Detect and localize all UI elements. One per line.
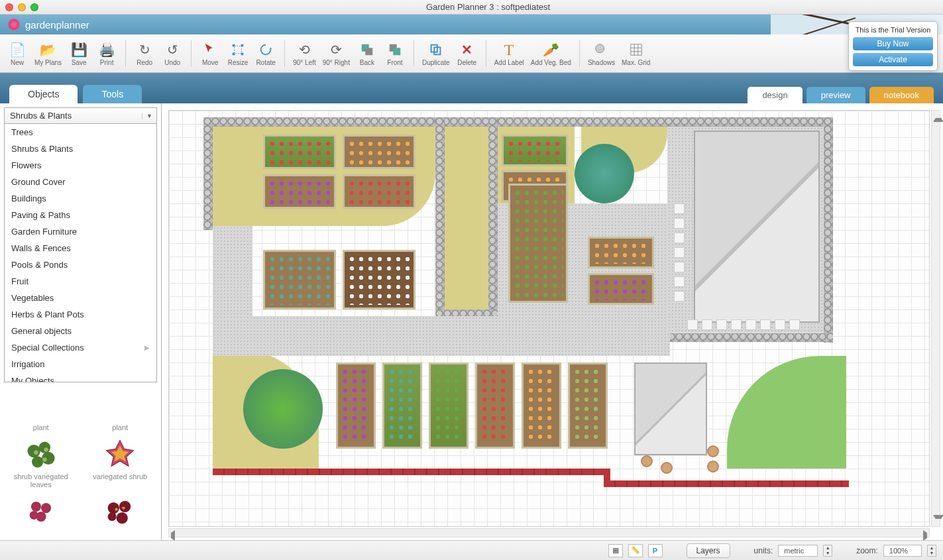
front-icon [388, 40, 402, 59]
object-palette: plant plant shrub variegated leaves vari… [0, 382, 161, 540]
palette-item-variegated-shrub[interactable]: variegated shrub [87, 437, 153, 488]
grid-icon [629, 40, 643, 59]
grid-toggle-icon[interactable]: ▦ [608, 544, 623, 557]
duplicate-icon [429, 40, 443, 59]
rotate-right-icon: ⟳ [331, 40, 342, 59]
svg-point-23 [29, 511, 38, 520]
bring-front-button[interactable]: Front [382, 37, 408, 70]
units-stepper[interactable]: ▲▼ [823, 545, 832, 557]
svg-rect-8 [393, 48, 400, 55]
ruler-toggle-icon[interactable]: 📏 [628, 544, 643, 557]
delete-button[interactable]: ✕Delete [454, 37, 480, 70]
svg-point-13 [27, 445, 40, 457]
zoom-window-button[interactable] [30, 3, 38, 11]
category-item[interactable]: Herbs & Plant Pots [5, 306, 156, 323]
vertical-scrollbar[interactable] [931, 110, 940, 527]
category-item[interactable]: Special Collections▶ [5, 339, 156, 356]
units-select[interactable]: metric [778, 545, 818, 557]
buy-now-button[interactable]: Buy Now [853, 37, 933, 50]
category-item[interactable]: Vegetables [5, 290, 156, 306]
category-item[interactable]: Garden Furniture [5, 223, 156, 240]
app-name: gardenplanner [25, 19, 89, 30]
rotate-left-button[interactable]: ⟲90° Left [290, 37, 319, 70]
svg-point-21 [41, 503, 51, 513]
minimize-window-button[interactable] [18, 3, 26, 11]
palette-label: plant [112, 423, 128, 431]
svg-point-20 [31, 502, 41, 512]
tab-design[interactable]: design [748, 87, 802, 103]
category-item[interactable]: Flowers [5, 157, 156, 174]
add-label-button[interactable]: TAdd Label [492, 37, 527, 70]
category-item[interactable]: Trees [5, 124, 156, 140]
tab-objects[interactable]: Objects [9, 85, 78, 103]
duplicate-button[interactable]: Duplicate [419, 37, 453, 70]
redo-icon: ↻ [139, 40, 150, 59]
rotate-button[interactable]: Rotate [252, 37, 279, 70]
layers-button[interactable]: Layers [687, 543, 730, 558]
print-icon: 🖨️ [99, 40, 115, 59]
cursor-icon [203, 40, 217, 59]
tab-preview[interactable]: preview [806, 87, 865, 103]
objects-sidebar: Shrubs & Plants TreesShrubs & PlantsFlow… [0, 103, 162, 540]
rotate-right-button[interactable]: ⟳90° Right [320, 37, 353, 70]
tab-strip: Objects Tools design preview notebook [0, 73, 943, 103]
svg-point-17 [34, 451, 38, 455]
app-logo-icon [8, 19, 20, 30]
palette-item-shrub-variegated[interactable]: shrub variegated leaves [8, 437, 74, 488]
design-canvas[interactable] [168, 110, 930, 527]
category-item[interactable]: Buildings [5, 190, 156, 207]
main-toolbar: 📄New 📂My Plans 💾Save 🖨️Print ↻Redo ↺Undo… [0, 34, 943, 73]
send-back-button[interactable]: Back [354, 37, 380, 70]
palette-item-shrub-3[interactable] [8, 494, 74, 530]
activate-button[interactable]: Activate [853, 53, 933, 66]
category-dropdown[interactable]: Shrubs & Plants [4, 107, 157, 124]
undo-icon: ↺ [167, 40, 178, 59]
add-veg-bed-button[interactable]: 🥕Add Veg. Bed [528, 37, 574, 70]
svg-point-14 [39, 442, 50, 453]
trial-message: This is the Trial Version [853, 26, 933, 34]
palette-item-plant-1[interactable]: plant [8, 388, 74, 431]
max-grid-toggle[interactable]: Max. Grid [619, 37, 653, 70]
svg-point-26 [117, 512, 128, 524]
svg-point-28 [115, 508, 118, 511]
svg-point-29 [122, 506, 125, 509]
move-button[interactable]: Move [197, 37, 223, 70]
window-titlebar: Garden Planner 3 : softpediatest [0, 0, 943, 15]
zoom-stepper[interactable]: ▲▼ [927, 545, 936, 557]
close-window-button[interactable] [5, 3, 13, 11]
category-item[interactable]: Walls & Fences [5, 240, 156, 256]
text-icon: T [504, 40, 514, 59]
category-item[interactable]: My Objects [5, 372, 156, 382]
p-toggle[interactable]: P [648, 544, 663, 557]
category-item[interactable]: Fruit [5, 273, 156, 290]
my-plans-button[interactable]: 📂My Plans [32, 37, 64, 70]
back-icon [360, 40, 374, 59]
vegetable-icon: 🥕 [543, 40, 559, 59]
shadows-toggle[interactable]: Shadows [585, 37, 618, 70]
category-item[interactable]: Pools & Ponds [5, 256, 156, 273]
undo-button[interactable]: ↺Undo [159, 37, 186, 70]
document-icon: 📄 [9, 40, 26, 59]
svg-rect-6 [365, 48, 372, 55]
tab-tools[interactable]: Tools [83, 85, 142, 103]
palette-item-shrub-4[interactable] [87, 494, 153, 530]
horizontal-scrollbar[interactable] [168, 528, 930, 537]
category-item[interactable]: Irrigation [5, 356, 156, 372]
zoom-value[interactable]: 100% [883, 545, 922, 557]
category-item[interactable]: General objects [5, 323, 156, 339]
design-canvas-area [162, 103, 943, 540]
svg-point-16 [32, 456, 43, 467]
tab-notebook[interactable]: notebook [869, 87, 934, 103]
resize-icon [231, 40, 245, 59]
palette-item-plant-2[interactable]: plant [87, 388, 153, 431]
category-item[interactable]: Shrubs & Plants [5, 140, 156, 157]
category-item[interactable]: Paving & Paths [5, 207, 156, 223]
rotate-left-icon: ⟲ [299, 40, 310, 59]
resize-button[interactable]: Resize [225, 37, 251, 70]
svg-point-27 [108, 512, 117, 521]
category-item[interactable]: Ground Cover [5, 174, 156, 190]
redo-button[interactable]: ↻Redo [131, 37, 158, 70]
save-button[interactable]: 💾Save [66, 37, 92, 70]
new-button[interactable]: 📄New [4, 37, 30, 70]
print-button[interactable]: 🖨️Print [93, 37, 120, 70]
